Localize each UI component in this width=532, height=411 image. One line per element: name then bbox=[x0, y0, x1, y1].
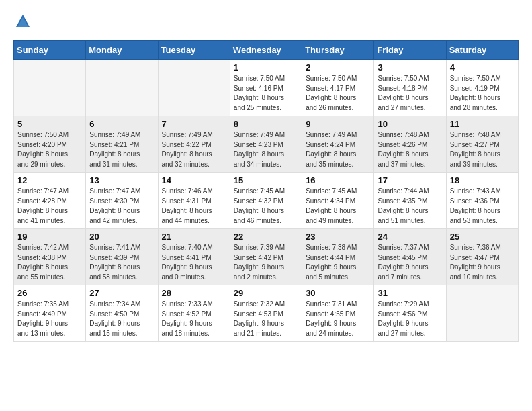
calendar-cell: 28Sunrise: 7:33 AMSunset: 4:52 PMDayligh… bbox=[158, 285, 230, 342]
weekday-sunday: Sunday bbox=[14, 41, 86, 60]
calendar-cell bbox=[86, 60, 158, 116]
day-info: Sunrise: 7:50 AMSunset: 4:17 PMDaylight:… bbox=[306, 74, 370, 113]
day-info: Sunrise: 7:29 AMSunset: 4:56 PMDaylight:… bbox=[378, 300, 442, 338]
header bbox=[13, 12, 519, 31]
page: SundayMondayTuesdayWednesdayThursdayFrid… bbox=[0, 0, 532, 354]
day-number: 3 bbox=[378, 62, 442, 73]
day-info: Sunrise: 7:50 AMSunset: 4:18 PMDaylight:… bbox=[378, 74, 442, 113]
day-number: 9 bbox=[306, 119, 370, 129]
calendar-cell: 13Sunrise: 7:47 AMSunset: 4:30 PMDayligh… bbox=[86, 173, 158, 229]
calendar-cell: 25Sunrise: 7:36 AMSunset: 4:47 PMDayligh… bbox=[446, 229, 518, 285]
day-info: Sunrise: 7:45 AMSunset: 4:32 PMDaylight:… bbox=[234, 187, 298, 226]
day-info: Sunrise: 7:50 AMSunset: 4:19 PMDaylight:… bbox=[450, 74, 515, 113]
calendar-cell: 11Sunrise: 7:48 AMSunset: 4:27 PMDayligh… bbox=[446, 116, 518, 173]
day-info: Sunrise: 7:34 AMSunset: 4:50 PMDaylight:… bbox=[89, 300, 154, 338]
day-number: 21 bbox=[162, 232, 226, 242]
weekday-monday: Monday bbox=[86, 41, 158, 60]
day-number: 12 bbox=[17, 175, 82, 185]
day-info: Sunrise: 7:48 AMSunset: 4:26 PMDaylight:… bbox=[378, 130, 442, 169]
weekday-header-row: SundayMondayTuesdayWednesdayThursdayFrid… bbox=[14, 41, 519, 60]
calendar-cell bbox=[158, 60, 230, 116]
day-number: 17 bbox=[378, 175, 442, 185]
week-row-2: 5Sunrise: 7:50 AMSunset: 4:20 PMDaylight… bbox=[14, 116, 519, 173]
day-info: Sunrise: 7:47 AMSunset: 4:28 PMDaylight:… bbox=[17, 187, 82, 226]
day-number: 10 bbox=[378, 119, 442, 129]
day-info: Sunrise: 7:45 AMSunset: 4:34 PMDaylight:… bbox=[306, 187, 370, 226]
day-number: 23 bbox=[306, 232, 370, 242]
calendar-cell: 12Sunrise: 7:47 AMSunset: 4:28 PMDayligh… bbox=[14, 173, 86, 229]
day-info: Sunrise: 7:35 AMSunset: 4:49 PMDaylight:… bbox=[17, 300, 82, 338]
calendar-cell: 1Sunrise: 7:50 AMSunset: 4:16 PMDaylight… bbox=[230, 60, 302, 116]
day-info: Sunrise: 7:47 AMSunset: 4:30 PMDaylight:… bbox=[89, 187, 154, 226]
calendar-cell bbox=[14, 60, 86, 116]
weekday-friday: Friday bbox=[374, 41, 446, 60]
day-number: 4 bbox=[450, 62, 515, 73]
day-number: 1 bbox=[234, 62, 298, 73]
day-info: Sunrise: 7:48 AMSunset: 4:27 PMDaylight:… bbox=[450, 130, 515, 169]
day-number: 2 bbox=[306, 62, 370, 73]
day-number: 24 bbox=[378, 232, 442, 242]
day-number: 27 bbox=[89, 288, 154, 298]
week-row-3: 12Sunrise: 7:47 AMSunset: 4:28 PMDayligh… bbox=[14, 173, 519, 229]
day-number: 15 bbox=[234, 175, 298, 185]
calendar-cell: 20Sunrise: 7:41 AMSunset: 4:39 PMDayligh… bbox=[86, 229, 158, 285]
calendar-cell: 17Sunrise: 7:44 AMSunset: 4:35 PMDayligh… bbox=[374, 173, 446, 229]
calendar-cell: 5Sunrise: 7:50 AMSunset: 4:20 PMDaylight… bbox=[14, 116, 86, 173]
weekday-thursday: Thursday bbox=[302, 41, 374, 60]
weekday-tuesday: Tuesday bbox=[158, 41, 230, 60]
day-info: Sunrise: 7:49 AMSunset: 4:22 PMDaylight:… bbox=[162, 130, 226, 169]
day-number: 20 bbox=[89, 232, 154, 242]
day-info: Sunrise: 7:42 AMSunset: 4:38 PMDaylight:… bbox=[17, 243, 82, 282]
day-info: Sunrise: 7:39 AMSunset: 4:42 PMDaylight:… bbox=[234, 243, 298, 282]
day-number: 7 bbox=[162, 119, 226, 129]
calendar-cell: 23Sunrise: 7:38 AMSunset: 4:44 PMDayligh… bbox=[302, 229, 374, 285]
day-info: Sunrise: 7:33 AMSunset: 4:52 PMDaylight:… bbox=[162, 300, 226, 338]
day-info: Sunrise: 7:50 AMSunset: 4:20 PMDaylight:… bbox=[17, 130, 82, 169]
day-info: Sunrise: 7:37 AMSunset: 4:45 PMDaylight:… bbox=[378, 243, 442, 282]
week-row-5: 26Sunrise: 7:35 AMSunset: 4:49 PMDayligh… bbox=[14, 285, 519, 342]
day-number: 19 bbox=[17, 232, 82, 242]
day-number: 16 bbox=[306, 175, 370, 185]
calendar-cell bbox=[446, 285, 518, 342]
day-number: 5 bbox=[17, 119, 82, 129]
day-info: Sunrise: 7:41 AMSunset: 4:39 PMDaylight:… bbox=[89, 243, 154, 282]
day-number: 11 bbox=[450, 119, 515, 129]
day-number: 26 bbox=[17, 288, 82, 298]
day-info: Sunrise: 7:49 AMSunset: 4:21 PMDaylight:… bbox=[89, 130, 154, 169]
calendar-cell: 2Sunrise: 7:50 AMSunset: 4:17 PMDaylight… bbox=[302, 60, 374, 116]
calendar-cell: 24Sunrise: 7:37 AMSunset: 4:45 PMDayligh… bbox=[374, 229, 446, 285]
calendar-cell: 26Sunrise: 7:35 AMSunset: 4:49 PMDayligh… bbox=[14, 285, 86, 342]
day-info: Sunrise: 7:46 AMSunset: 4:31 PMDaylight:… bbox=[162, 187, 226, 226]
weekday-saturday: Saturday bbox=[446, 41, 518, 60]
calendar-cell: 10Sunrise: 7:48 AMSunset: 4:26 PMDayligh… bbox=[374, 116, 446, 173]
day-info: Sunrise: 7:49 AMSunset: 4:23 PMDaylight:… bbox=[234, 130, 298, 169]
day-number: 13 bbox=[89, 175, 154, 185]
day-number: 30 bbox=[306, 288, 370, 298]
calendar-cell: 4Sunrise: 7:50 AMSunset: 4:19 PMDaylight… bbox=[446, 60, 518, 116]
day-number: 8 bbox=[234, 119, 298, 129]
day-number: 14 bbox=[162, 175, 226, 185]
day-number: 28 bbox=[162, 288, 226, 298]
day-info: Sunrise: 7:36 AMSunset: 4:47 PMDaylight:… bbox=[450, 243, 515, 282]
calendar-cell: 8Sunrise: 7:49 AMSunset: 4:23 PMDaylight… bbox=[230, 116, 302, 173]
day-number: 22 bbox=[234, 232, 298, 242]
calendar-cell: 22Sunrise: 7:39 AMSunset: 4:42 PMDayligh… bbox=[230, 229, 302, 285]
calendar-cell: 21Sunrise: 7:40 AMSunset: 4:41 PMDayligh… bbox=[158, 229, 230, 285]
calendar-cell: 9Sunrise: 7:49 AMSunset: 4:24 PMDaylight… bbox=[302, 116, 374, 173]
calendar-cell: 18Sunrise: 7:43 AMSunset: 4:36 PMDayligh… bbox=[446, 173, 518, 229]
calendar-cell: 6Sunrise: 7:49 AMSunset: 4:21 PMDaylight… bbox=[86, 116, 158, 173]
logo bbox=[13, 12, 35, 31]
calendar-cell: 15Sunrise: 7:45 AMSunset: 4:32 PMDayligh… bbox=[230, 173, 302, 229]
calendar-cell: 30Sunrise: 7:31 AMSunset: 4:55 PMDayligh… bbox=[302, 285, 374, 342]
day-info: Sunrise: 7:43 AMSunset: 4:36 PMDaylight:… bbox=[450, 187, 515, 226]
day-number: 31 bbox=[378, 288, 442, 298]
calendar-cell: 31Sunrise: 7:29 AMSunset: 4:56 PMDayligh… bbox=[374, 285, 446, 342]
day-info: Sunrise: 7:31 AMSunset: 4:55 PMDaylight:… bbox=[306, 300, 370, 338]
day-info: Sunrise: 7:49 AMSunset: 4:24 PMDaylight:… bbox=[306, 130, 370, 169]
logo-icon bbox=[13, 12, 32, 31]
calendar-cell: 27Sunrise: 7:34 AMSunset: 4:50 PMDayligh… bbox=[86, 285, 158, 342]
calendar-cell: 3Sunrise: 7:50 AMSunset: 4:18 PMDaylight… bbox=[374, 60, 446, 116]
day-number: 18 bbox=[450, 175, 515, 185]
day-number: 29 bbox=[234, 288, 298, 298]
day-number: 25 bbox=[450, 232, 515, 242]
